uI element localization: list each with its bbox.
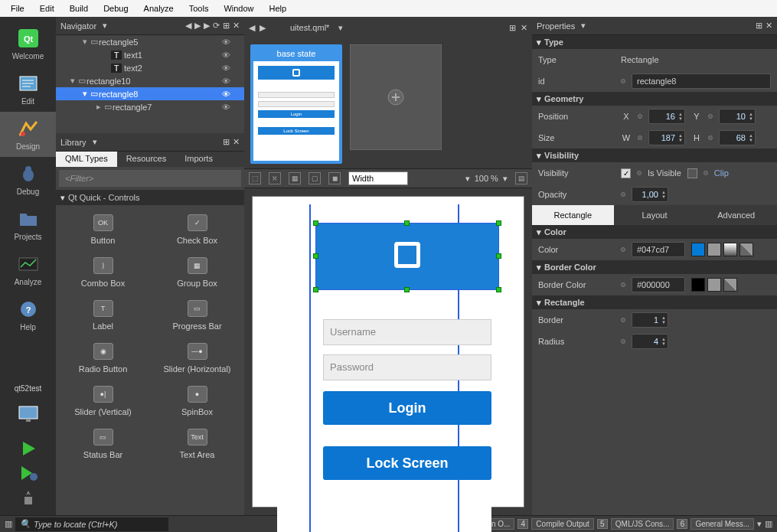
- resize-handle[interactable]: [313, 287, 318, 292]
- tree-item[interactable]: ▸▭rectangle7👁: [56, 100, 244, 113]
- gradient-swatch[interactable]: [723, 243, 737, 256]
- binding-dot-icon[interactable]: [621, 192, 625, 197]
- tree-item[interactable]: Ttext1👁: [56, 48, 244, 61]
- split-icon[interactable]: ⊞: [223, 137, 230, 147]
- nav-fwd2-icon[interactable]: ▶: [204, 21, 210, 31]
- binding-dot-icon[interactable]: [621, 318, 625, 322]
- lock-screen-button[interactable]: Lock Screen: [323, 446, 491, 480]
- section-rectangle[interactable]: ▾ Rectangle: [532, 295, 777, 309]
- clip-checkbox[interactable]: [687, 168, 697, 178]
- chevron-down-icon[interactable]: ▾: [103, 21, 107, 31]
- border-spinbox[interactable]: 1▲▼: [632, 312, 668, 328]
- target-selector[interactable]: [0, 397, 56, 434]
- palette-label[interactable]: TLabel: [56, 294, 150, 337]
- close-icon[interactable]: ✕: [233, 21, 240, 31]
- visibility-icon[interactable]: 👁: [222, 51, 230, 60]
- tree-item-selected[interactable]: ▾▭rectangle8👁: [56, 87, 244, 100]
- tab-layout[interactable]: Layout: [614, 205, 696, 225]
- resize-handle[interactable]: [496, 253, 501, 259]
- y-spinbox[interactable]: 10▲▼: [719, 109, 756, 124]
- kit-selector[interactable]: qt52test: [0, 380, 56, 397]
- visibility-icon[interactable]: 👁: [222, 103, 230, 112]
- binding-dot-icon[interactable]: [638, 135, 642, 140]
- section-geometry[interactable]: ▾ Geometry: [532, 92, 777, 106]
- file-tab[interactable]: uitest.qml*: [286, 21, 334, 34]
- tool-move-icon[interactable]: ⤱: [269, 172, 281, 184]
- mode-projects[interactable]: Projects: [0, 202, 56, 247]
- id-input[interactable]: [632, 73, 771, 89]
- none-swatch[interactable]: [739, 243, 753, 256]
- palette-spinbox[interactable]: ●SpinBox: [150, 380, 244, 423]
- binding-dot-icon[interactable]: [708, 135, 713, 140]
- resize-handle[interactable]: [496, 287, 501, 292]
- palette-progressbar[interactable]: ▭Progress Bar: [150, 294, 244, 337]
- visibility-icon[interactable]: 👁: [222, 90, 230, 99]
- tool-misc-icon[interactable]: ▤: [515, 172, 527, 184]
- palette-button[interactable]: OKButton: [56, 208, 150, 251]
- navigator-tree[interactable]: ▾▭rectangle5👁 Ttext1👁 Ttext2👁 ▾▭rectangl…: [56, 35, 244, 133]
- isvisible-checkbox[interactable]: ✓: [621, 168, 631, 178]
- palette-radiobutton[interactable]: ◉Radio Button: [56, 337, 150, 380]
- radius-spinbox[interactable]: 4▲▼: [632, 334, 668, 349]
- resize-handle[interactable]: [313, 253, 318, 259]
- run-button[interactable]: [20, 440, 37, 457]
- library-filter[interactable]: <Filter>: [59, 170, 241, 187]
- split-icon[interactable]: ⊞: [756, 21, 762, 31]
- color-swatch[interactable]: [691, 243, 705, 256]
- binding-dot-icon[interactable]: [638, 114, 642, 119]
- resize-handle[interactable]: [496, 220, 501, 226]
- split-icon[interactable]: ⊞: [223, 21, 230, 31]
- x-spinbox[interactable]: 16▲▼: [648, 109, 685, 124]
- mode-welcome[interactable]: Qt Welcome: [0, 21, 56, 67]
- chevron-down-icon[interactable]: ▾: [338, 23, 343, 33]
- close-icon[interactable]: ✕: [521, 23, 527, 33]
- state-base[interactable]: base state Login Lock Screen: [250, 44, 342, 164]
- add-state-button[interactable]: [350, 44, 442, 150]
- palette-slider-h[interactable]: —●Slider (Horizontal): [150, 337, 244, 380]
- palette-checkbox[interactable]: ✓Check Box: [150, 208, 244, 251]
- split-icon[interactable]: ⊞: [509, 23, 516, 33]
- close-icon[interactable]: ✕: [233, 137, 240, 147]
- binding-dot-icon[interactable]: [621, 79, 625, 83]
- pane-compile[interactable]: Compile Output: [531, 518, 593, 530]
- library-category[interactable]: ▾ Qt Quick - Controls: [56, 190, 244, 205]
- menu-debug[interactable]: Debug: [96, 2, 135, 15]
- locator-input[interactable]: 🔍 Type to locate (Ctrl+K): [15, 517, 168, 531]
- design-canvas[interactable]: Username Password Login Lock Screen: [252, 196, 524, 508]
- tree-item[interactable]: ▾▭rectangle10👁: [56, 74, 244, 87]
- username-field[interactable]: Username: [323, 319, 491, 345]
- opacity-spinbox[interactable]: 1,00▲▼: [632, 187, 668, 202]
- h-spinbox[interactable]: 68▲▼: [719, 130, 756, 145]
- close-icon[interactable]: ✕: [766, 21, 772, 31]
- pane-num[interactable]: 4: [517, 519, 528, 529]
- binding-dot-icon[interactable]: [708, 114, 713, 119]
- resize-handle[interactable]: [313, 220, 318, 226]
- palette-textarea[interactable]: TextText Area: [150, 423, 244, 465]
- tree-item[interactable]: ▾▭rectangle5👁: [56, 35, 244, 48]
- width-input[interactable]: [348, 171, 408, 185]
- toggle-right-icon[interactable]: ▥: [765, 519, 772, 529]
- section-visibility[interactable]: ▾ Visibility: [532, 149, 777, 162]
- menu-window[interactable]: Window: [216, 2, 261, 15]
- tab-advanced[interactable]: Advanced: [695, 205, 777, 225]
- resize-handle[interactable]: [404, 220, 410, 226]
- palette-groupbox[interactable]: ▦Group Box: [150, 251, 244, 294]
- chevron-down-icon[interactable]: ▾: [93, 137, 97, 147]
- menu-file[interactable]: File: [3, 2, 32, 15]
- selected-rectangle[interactable]: [315, 223, 499, 290]
- palette-slider-v[interactable]: ●|Slider (Vertical): [56, 380, 150, 423]
- palette-combobox[interactable]: ⟩Combo Box: [56, 251, 150, 294]
- pane-qmljs[interactable]: QML/JS Cons...: [611, 518, 674, 530]
- tool-select-icon[interactable]: ⬚: [249, 172, 261, 184]
- pane-general[interactable]: General Mess...: [690, 518, 754, 530]
- toggle-sidebar-icon[interactable]: ▥: [5, 519, 12, 529]
- visibility-icon[interactable]: 👁: [222, 38, 230, 47]
- section-color[interactable]: ▾ Color: [532, 225, 777, 239]
- mode-edit[interactable]: Edit: [0, 67, 56, 112]
- tool-snap-icon[interactable]: ▦: [289, 172, 301, 184]
- login-button[interactable]: Login: [323, 391, 491, 425]
- section-type[interactable]: ▾ Type: [532, 35, 777, 49]
- menu-build[interactable]: Build: [62, 2, 96, 15]
- mode-debug-btn[interactable]: Debug: [0, 157, 56, 202]
- menu-tools[interactable]: Tools: [181, 2, 217, 15]
